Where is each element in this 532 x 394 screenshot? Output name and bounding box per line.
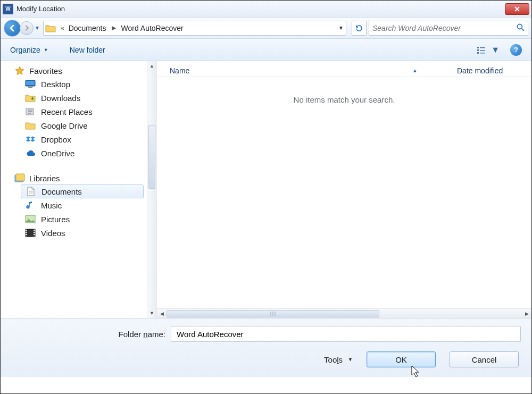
chevron-right-icon[interactable]: ▶: [107, 24, 120, 31]
scroll-left-icon[interactable]: ◀: [157, 311, 167, 316]
sidebar-item-music[interactable]: Music: [1, 198, 156, 212]
breadcrumb-prefix: «: [57, 24, 68, 32]
svg-rect-9: [28, 87, 32, 88]
svg-rect-4: [480, 50, 485, 51]
svg-rect-6: [480, 53, 485, 54]
sidebar-item-pictures[interactable]: Pictures: [1, 212, 156, 226]
organize-label: Organize: [10, 46, 40, 54]
column-headers: Name ▲ Date modified: [157, 61, 531, 77]
ok-button[interactable]: OK: [367, 351, 436, 367]
folder-name-row: Folder name:: [11, 326, 521, 342]
scroll-down-icon[interactable]: ▼: [147, 308, 156, 318]
organize-button[interactable]: Organize ▼: [10, 46, 48, 54]
svg-rect-20: [26, 232, 27, 233]
search-icon[interactable]: [516, 23, 525, 33]
breadcrumb-dropdown-icon[interactable]: ▼: [338, 25, 344, 31]
sidebar-item-videos[interactable]: Videos: [1, 226, 156, 240]
scroll-thumb[interactable]: [167, 310, 379, 317]
forward-arrow-icon: [23, 24, 30, 31]
nav-history-dropdown[interactable]: ▼: [34, 22, 41, 35]
tools-button[interactable]: Tools ▼: [324, 355, 353, 364]
scroll-up-icon[interactable]: ▲: [147, 61, 156, 71]
sort-indicator-icon: ▲: [412, 68, 418, 73]
sidebar-item-downloads[interactable]: Downloads: [1, 91, 156, 105]
footer: Folder name: Tools ▼ OK Cancel: [1, 318, 531, 377]
tree-label: Dropbox: [41, 135, 71, 144]
sidebar-item-onedrive[interactable]: OneDrive: [1, 146, 156, 160]
tree-label: Google Drive: [41, 121, 88, 130]
sidebar-item-google-drive[interactable]: Google Drive: [1, 119, 156, 132]
svg-rect-24: [34, 234, 35, 235]
horizontal-scrollbar[interactable]: ◀ ▶: [157, 308, 531, 318]
breadcrumb-current[interactable]: Word AutoRecover: [120, 24, 185, 32]
nav-buttons: ▼: [4, 20, 41, 37]
star-icon: [14, 66, 25, 76]
back-button[interactable]: [4, 20, 21, 37]
tree-label: Videos: [41, 229, 65, 238]
svg-rect-8: [26, 81, 35, 85]
folder-name-input[interactable]: [171, 326, 521, 342]
svg-rect-21: [26, 234, 27, 235]
favorites-group: Favorites Desktop Downloads Recent Place…: [1, 64, 156, 160]
back-arrow-icon: [8, 24, 16, 32]
button-row: Tools ▼ OK Cancel: [11, 351, 521, 367]
sidebar-item-desktop[interactable]: Desktop: [1, 77, 156, 91]
folder-icon: [44, 21, 57, 35]
libraries-icon: [14, 173, 25, 183]
empty-message: No items match your search.: [157, 95, 531, 104]
sidebar-item-recent-places[interactable]: Recent Places: [1, 105, 156, 119]
word-app-icon: W: [3, 4, 13, 14]
search-box[interactable]: [369, 21, 528, 36]
scroll-track[interactable]: [167, 310, 522, 317]
sidebar-scrollbar[interactable]: ▲ ▼: [147, 61, 156, 318]
window-title: Modify Location: [16, 5, 505, 13]
sidebar-item-documents[interactable]: Documents: [21, 185, 144, 198]
view-options-button[interactable]: ▼: [477, 45, 500, 55]
svg-rect-2: [480, 47, 485, 48]
favorites-header[interactable]: Favorites: [1, 64, 156, 77]
svg-rect-23: [34, 232, 35, 233]
help-button[interactable]: ?: [510, 44, 522, 56]
svg-rect-22: [34, 230, 35, 231]
close-button[interactable]: [505, 3, 529, 15]
forward-button[interactable]: [20, 21, 34, 35]
libraries-label: Libraries: [29, 174, 60, 183]
scroll-right-icon[interactable]: ▶: [522, 311, 531, 316]
scroll-thumb[interactable]: [148, 125, 155, 189]
dropdown-icon: ▼: [44, 47, 48, 53]
folder-name-label: Folder name:: [11, 330, 165, 339]
dropdown-icon: ▼: [491, 45, 500, 55]
tree-label: Music: [41, 201, 62, 210]
dialog-window: W Modify Location ▼ « Documents ▶ Word A…: [0, 0, 532, 394]
sidebar-item-dropbox[interactable]: Dropbox: [1, 132, 156, 146]
breadcrumb-documents[interactable]: Documents: [68, 24, 107, 32]
dropbox-icon: [25, 135, 36, 144]
tree-label: Recent Places: [41, 107, 93, 116]
svg-point-15: [27, 217, 29, 219]
tree-label: Desktop: [41, 80, 70, 89]
new-folder-button[interactable]: New folder: [70, 46, 105, 54]
svg-rect-19: [26, 230, 27, 231]
breadcrumb[interactable]: « Documents ▶ Word AutoRecover ▼: [43, 21, 346, 36]
tree-label: Documents: [41, 187, 82, 196]
body: Favorites Desktop Downloads Recent Place…: [1, 61, 531, 318]
svg-rect-1: [477, 47, 479, 48]
refresh-button[interactable]: [352, 21, 367, 36]
search-input[interactable]: [372, 24, 516, 32]
svg-rect-12: [16, 174, 24, 181]
desktop-icon: [25, 79, 36, 89]
google-drive-icon: [25, 121, 36, 130]
onedrive-icon: [25, 148, 36, 158]
cancel-button[interactable]: Cancel: [450, 351, 519, 367]
column-name[interactable]: Name: [157, 66, 412, 75]
tree-label: Downloads: [41, 94, 80, 103]
navigation-bar: ▼ « Documents ▶ Word AutoRecover ▼: [1, 18, 531, 39]
view-icon: [477, 46, 488, 54]
libraries-header[interactable]: Libraries: [1, 172, 156, 185]
column-date-modified[interactable]: Date modified: [457, 66, 531, 75]
toolbar: Organize ▼ New folder ▼ ?: [1, 39, 531, 61]
svg-rect-3: [477, 49, 479, 51]
videos-icon: [25, 228, 36, 238]
svg-rect-5: [477, 52, 479, 54]
music-icon: [25, 200, 36, 210]
